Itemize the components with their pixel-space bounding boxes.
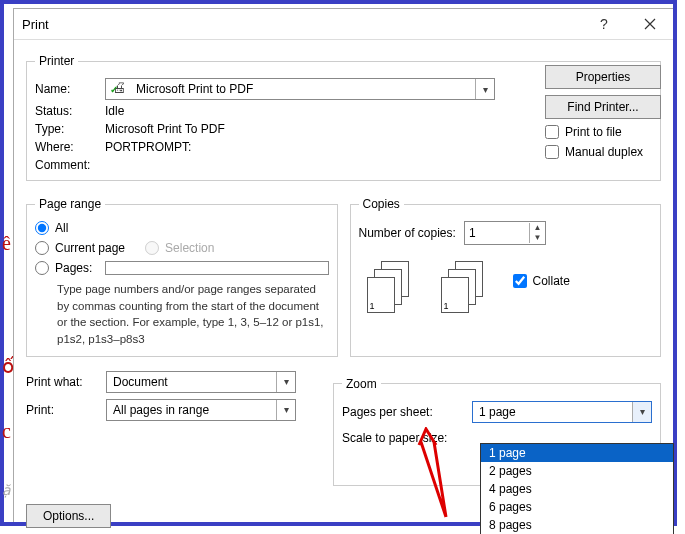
- printer-name-combo[interactable]: Microsoft Print to PDF ▾: [105, 78, 495, 100]
- find-printer-button[interactable]: Find Printer...: [545, 95, 661, 119]
- pps-dropdown[interactable]: 1 page2 pages4 pages6 pages8 pages: [480, 443, 674, 534]
- where-label: Where:: [35, 140, 105, 154]
- titlebar: Print ?: [14, 9, 673, 40]
- dialog-title: Print: [22, 17, 581, 32]
- print-what-label: Print what:: [26, 375, 106, 389]
- radio-all-label: All: [55, 221, 68, 235]
- printer-legend: Printer: [35, 54, 78, 68]
- copies-input[interactable]: [465, 226, 529, 240]
- print-combo[interactable]: All pages in range ▾: [106, 399, 296, 421]
- page-range-legend: Page range: [35, 197, 105, 211]
- copies-group: Copies Number of copies: ▲ ▼: [350, 197, 662, 357]
- options-button[interactable]: Options...: [26, 504, 111, 528]
- print-what-combo[interactable]: Document ▾: [106, 371, 296, 393]
- pps-combo[interactable]: 1 page ▾: [472, 401, 652, 423]
- print-label: Print:: [26, 403, 106, 417]
- where-value: PORTPROMPT:: [105, 140, 191, 154]
- manual-duplex-check[interactable]: Manual duplex: [545, 145, 661, 159]
- radio-current-label: Current page: [55, 241, 125, 255]
- printer-icon: [112, 82, 130, 96]
- comment-label: Comment:: [35, 158, 105, 172]
- print-what-value: Document: [113, 375, 276, 389]
- radio-all[interactable]: [35, 221, 49, 235]
- collate-check[interactable]: Collate: [513, 274, 570, 288]
- page-range-group: Page range All Current page Selection: [26, 197, 338, 357]
- pps-value: 1 page: [479, 405, 632, 419]
- name-label: Name:: [35, 82, 105, 96]
- type-value: Microsoft Print To PDF: [105, 122, 225, 136]
- pps-option[interactable]: 2 pages: [481, 462, 673, 480]
- status-value: Idle: [105, 104, 124, 118]
- type-label: Type:: [35, 122, 105, 136]
- chevron-down-icon: ▾: [276, 400, 295, 420]
- copies-number-label: Number of copies:: [359, 226, 456, 240]
- print-value: All pages in range: [113, 403, 276, 417]
- copies-spinner[interactable]: ▲ ▼: [464, 221, 546, 245]
- pps-option[interactable]: 6 pages: [481, 498, 673, 516]
- copies-legend: Copies: [359, 197, 404, 211]
- pps-option[interactable]: 1 page: [481, 444, 673, 462]
- pages-hint: Type page numbers and/or page ranges sep…: [57, 281, 329, 348]
- radio-current[interactable]: [35, 241, 49, 255]
- spinner-down-icon[interactable]: ▼: [530, 233, 545, 243]
- pps-option[interactable]: 8 pages: [481, 516, 673, 534]
- radio-pages[interactable]: [35, 261, 49, 275]
- pps-label: Pages per sheet:: [342, 405, 472, 419]
- properties-button[interactable]: Properties: [545, 65, 661, 89]
- scale-label: Scale to paper size:: [342, 431, 472, 445]
- collate-illustration: 3 2 1 3 2 1: [367, 261, 489, 311]
- collate-checkbox[interactable]: [513, 274, 527, 288]
- print-to-file-checkbox[interactable]: [545, 125, 559, 139]
- radio-selection-label: Selection: [165, 241, 214, 255]
- print-dialog: Print ? Printer Name: Microsoft Print to…: [13, 8, 673, 522]
- radio-selection: [145, 241, 159, 255]
- manual-duplex-checkbox[interactable]: [545, 145, 559, 159]
- chevron-down-icon: ▾: [276, 372, 295, 392]
- print-to-file-check[interactable]: Print to file: [545, 125, 661, 139]
- pps-option[interactable]: 4 pages: [481, 480, 673, 498]
- help-button[interactable]: ?: [581, 9, 627, 39]
- chevron-down-icon: ▾: [632, 402, 651, 422]
- status-label: Status:: [35, 104, 105, 118]
- close-button[interactable]: [627, 9, 673, 39]
- spinner-up-icon[interactable]: ▲: [530, 223, 545, 233]
- chevron-down-icon: ▾: [475, 79, 494, 99]
- zoom-legend: Zoom: [342, 377, 381, 391]
- radio-pages-label: Pages:: [55, 261, 99, 275]
- close-icon: [644, 18, 656, 30]
- printer-name-value: Microsoft Print to PDF: [136, 82, 475, 96]
- pages-input[interactable]: [105, 261, 329, 275]
